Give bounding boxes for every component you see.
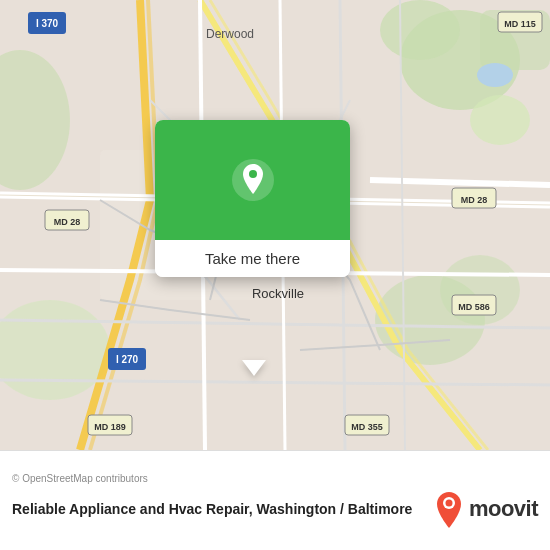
svg-point-30 [249, 170, 257, 178]
svg-point-10 [477, 63, 513, 87]
svg-point-4 [470, 95, 530, 145]
svg-point-2 [380, 0, 460, 60]
svg-text:MD 189: MD 189 [94, 422, 126, 432]
popup-card: Take me there [155, 120, 350, 277]
location-title: Reliable Appliance and Hvac Repair, Wash… [12, 500, 423, 518]
bottom-bar: © OpenStreetMap contributors Reliable Ap… [0, 450, 550, 550]
copyright-text: © OpenStreetMap contributors [12, 473, 538, 484]
moovit-pin-icon [433, 490, 465, 528]
map-container[interactable]: I 370 I 270 MD 28 MD 28 MD 115 MD 586 MD… [0, 0, 550, 450]
svg-text:MD 28: MD 28 [54, 217, 81, 227]
location-pin-icon [231, 158, 275, 202]
popup-pointer [242, 360, 266, 376]
svg-text:I 370: I 370 [36, 18, 59, 29]
svg-text:MD 586: MD 586 [458, 302, 490, 312]
svg-text:Rockville: Rockville [252, 286, 304, 301]
svg-text:I 270: I 270 [116, 354, 139, 365]
svg-text:MD 355: MD 355 [351, 422, 383, 432]
svg-text:Derwood: Derwood [206, 27, 254, 41]
svg-text:MD 115: MD 115 [504, 19, 536, 29]
moovit-logo[interactable]: moovit [433, 490, 538, 528]
moovit-wordmark: moovit [469, 496, 538, 522]
bottom-content: Reliable Appliance and Hvac Repair, Wash… [12, 490, 538, 528]
take-me-there-button[interactable]: Take me there [155, 240, 350, 277]
popup-header [155, 120, 350, 240]
svg-text:MD 28: MD 28 [461, 195, 488, 205]
svg-point-32 [445, 500, 452, 507]
